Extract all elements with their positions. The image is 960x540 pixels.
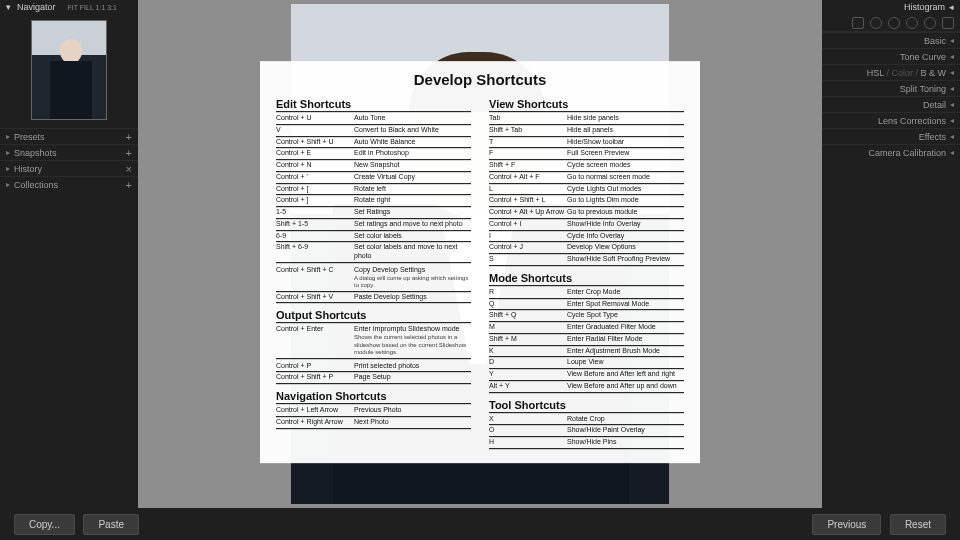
chevron-right-icon: ▸ [6,132,10,141]
panel-section-tone-curve[interactable]: Tone Curve◂ [822,48,960,64]
panel-section-split-toning[interactable]: Split Toning◂ [822,80,960,96]
shortcut-section-title: Navigation Shortcuts [276,390,471,404]
shortcut-action: Print selected photos [354,362,471,371]
shortcut-key: D [489,358,567,367]
shortcut-action: Rotate right [354,196,471,205]
chevron-left-icon: ◂ [950,132,954,141]
shortcut-row: Control + Shift + UAuto White Balance [276,137,471,149]
shortcut-key: V [276,126,354,135]
shortcut-action: Enter Graduated Filter Mode [567,323,684,332]
panel-section-collections[interactable]: ▸Collections+ [0,176,138,192]
shortcut-action: Next Photo [354,418,471,427]
panel-section-action[interactable]: + [126,147,132,159]
shortcuts-column-right: View ShortcutsTabHide side panelsShift +… [489,98,684,449]
shortcut-action: Create Virtual Copy [354,173,471,182]
shortcut-row: XRotate Crop [489,414,684,426]
histogram-header[interactable]: Histogram ◂ [822,0,960,14]
shortcut-row: Control + 'Create Virtual Copy [276,172,471,184]
chevron-left-icon: ◂ [950,84,954,93]
panel-section-label: Split Toning [900,84,946,94]
shortcut-action: Develop View Options [567,243,684,252]
previous-button[interactable]: Previous [812,514,881,535]
shortcut-action: Enter Adjustment Brush Mode [567,347,684,356]
panel-section-action[interactable]: + [126,179,132,191]
shortcut-row: DLoupe View [489,357,684,369]
shortcut-row: Shift + FCycle screen modes [489,160,684,172]
panel-section-camera-calibration[interactable]: Camera Calibration◂ [822,144,960,160]
shortcut-row: Control + Right ArrowNext Photo [276,417,471,429]
navigator-header[interactable]: ▾ Navigator FIT FILL 1:1 3:1 [0,0,138,14]
panel-section-hsl[interactable]: HSL / Color / B & W◂ [822,64,960,80]
shortcut-row: Shift + TabHide all panels [489,125,684,137]
shortcut-row: Control + Alt + Up ArrowGo to previous m… [489,207,684,219]
panel-section-label: Snapshots [14,148,57,158]
shortcut-action: Show/Hide Soft Proofing Preview [567,255,684,264]
shortcut-key: Control + Shift + C [276,266,354,290]
radial-filter-tool-icon[interactable] [924,17,936,29]
panel-section-presets[interactable]: ▸Presets+ [0,128,138,144]
shortcut-row: Control + EnterEnter Impromptu Slideshow… [276,324,471,358]
shortcut-note: Shows the current selected photos in a s… [354,334,471,357]
panel-section-detail[interactable]: Detail◂ [822,96,960,112]
panel-section-action[interactable]: + [126,131,132,143]
brush-tool-icon[interactable] [942,17,954,29]
panel-section-action[interactable]: × [126,163,132,175]
shortcut-key: Y [489,370,567,379]
shortcut-key: Control + ' [276,173,354,182]
shortcut-key: O [489,426,567,435]
panel-section-basic[interactable]: Basic◂ [822,32,960,48]
shortcut-row: Control + [Rotate left [276,184,471,196]
shortcut-action: Enter Crop Mode [567,288,684,297]
left-panel-sections: ▸Presets+▸Snapshots+▸History×▸Collection… [0,128,138,192]
shortcut-action: Auto White Balance [354,138,471,147]
reset-button[interactable]: Reset [890,514,946,535]
chevron-down-icon: ▾ [6,2,11,12]
navigator-zoom-labels[interactable]: FIT FILL 1:1 3:1 [68,4,117,11]
shortcut-row: Control + Shift + LGo to Lights Dim mode [489,195,684,207]
shortcut-action: Loupe View [567,358,684,367]
panel-section-label: History [14,164,42,174]
shortcut-row: Control + Shift + PPage Setup [276,372,471,384]
shortcut-note: A dialog will come up asking which setti… [354,275,471,290]
paste-button[interactable]: Paste [83,514,139,535]
chevron-left-icon: ◂ [950,52,954,61]
shortcut-row: Shift + 6-9Set color labels and move to … [276,242,471,263]
shortcut-key: Shift + F [489,161,567,170]
shortcut-action: View Before and After up and down [567,382,684,391]
shortcut-key: Control + Enter [276,325,354,356]
shortcut-row: VConvert to Black and White [276,125,471,137]
redeye-tool-icon[interactable] [888,17,900,29]
panel-section-label: Lens Corrections [878,116,946,126]
shortcut-row: ICycle Info Overlay [489,231,684,243]
panel-section-effects[interactable]: Effects◂ [822,128,960,144]
crop-tool-icon[interactable] [852,17,864,29]
copy-button[interactable]: Copy... [14,514,75,535]
shortcut-key: Control + Alt + F [489,173,567,182]
shortcut-section-title: Output Shortcuts [276,309,471,323]
shortcut-row: Shift + QCycle Spot Type [489,310,684,322]
navigator-thumbnail[interactable] [31,20,107,120]
shortcut-section-title: View Shortcuts [489,98,684,112]
shortcut-key: Control + Right Arrow [276,418,354,427]
panel-section-lens-corrections[interactable]: Lens Corrections◂ [822,112,960,128]
shortcut-action: Full Screen Preview [567,149,684,158]
shortcut-action: Enter Impromptu Slideshow modeShows the … [354,325,471,356]
shortcut-key: Control + P [276,362,354,371]
spot-tool-icon[interactable] [870,17,882,29]
panel-section-history[interactable]: ▸History× [0,160,138,176]
shortcut-key: Control + Left Arrow [276,406,354,415]
histogram-tool-strip [822,14,960,32]
shortcut-key: T [489,138,567,147]
panel-section-snapshots[interactable]: ▸Snapshots+ [0,144,138,160]
shortcut-row: Shift + MEnter Radial Filter Mode [489,334,684,346]
shortcut-row: Alt + YView Before and After up and down [489,381,684,393]
shortcut-section-title: Mode Shortcuts [489,272,684,286]
chevron-left-icon: ◂ [950,36,954,45]
shortcut-action: Show/Hide Paint Overlay [567,426,684,435]
shortcut-row: Control + ]Rotate right [276,195,471,207]
shortcut-key: Control + ] [276,196,354,205]
shortcut-action: Go to Lights Dim mode [567,196,684,205]
shortcut-key: Alt + Y [489,382,567,391]
grad-filter-tool-icon[interactable] [906,17,918,29]
shortcut-key: Shift + Tab [489,126,567,135]
